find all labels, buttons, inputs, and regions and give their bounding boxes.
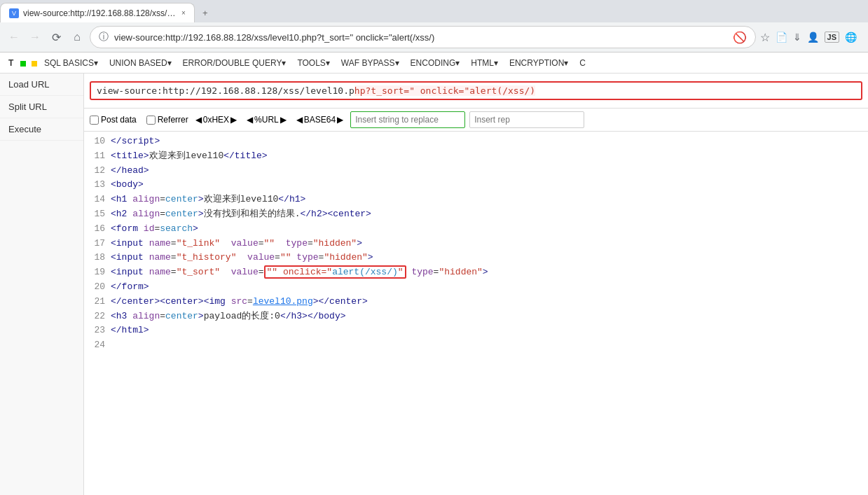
url-left-arrow: ◀ (247, 115, 253, 125)
tab-title: view-source:http://192.168.88.128/xss/le… (23, 8, 177, 18)
toolbar-html[interactable]: HTML▾ (465, 56, 504, 70)
line-content-13: <body> (111, 178, 144, 193)
url-input-row: view-source:http://192.168.88.128/xss/le… (84, 74, 868, 109)
source-line-17: 17 <input name="t_link" value="" type="h… (90, 237, 862, 251)
url-label: %URL (254, 115, 279, 125)
post-data-check[interactable] (90, 116, 99, 125)
line-content-14: <h1 align=center>欢迎来到level10</h1> (111, 193, 305, 207)
tab-bar: V view-source:http://192.168.88.128/xss/… (0, 0, 868, 22)
line-num-11: 11 (90, 149, 111, 164)
line-content-18: <input name="t_history" value="" type="h… (111, 251, 373, 265)
source-line-15: 15 <h2 align=center>没有找到和相关的结果.</h2><cen… (90, 207, 862, 222)
reload-button[interactable]: ⟳ (48, 29, 64, 46)
source-line-12: 12 </head> (90, 164, 862, 179)
line-content-12: </head> (111, 164, 149, 179)
reading-list-icon[interactable]: 📄 (776, 32, 787, 43)
line-num-21: 21 (90, 295, 111, 309)
active-tab[interactable]: V view-source:http://192.168.88.128/xss/… (0, 3, 195, 22)
line-num-24: 24 (90, 338, 111, 353)
security-icon: ⓘ (99, 31, 109, 43)
address-input[interactable] (114, 32, 727, 43)
line-num-23: 23 (90, 323, 111, 338)
toolbar-tools[interactable]: TOOLS▾ (291, 56, 335, 70)
insert-replace-input[interactable] (469, 111, 584, 128)
toolbar-t[interactable]: T (3, 56, 19, 70)
tab-favicon: V (9, 8, 19, 18)
line-num-12: 12 (90, 164, 111, 179)
url-text-left: view-source:http://192.168.88.128/xss/le… (97, 85, 354, 96)
js-badge: JS (825, 32, 839, 43)
home-button[interactable]: ⌂ (69, 29, 85, 46)
source-line-16: 16 <form id=search> (90, 222, 862, 237)
post-data-label: Post data (101, 115, 137, 125)
referrer-check[interactable] (146, 116, 156, 125)
browser-chrome: V view-source:http://192.168.88.128/xss/… (0, 0, 868, 53)
line-num-13: 13 (90, 178, 111, 193)
download-icon[interactable]: ⇓ (793, 32, 801, 43)
line-num-19: 19 (90, 265, 111, 280)
insert-string-input[interactable] (350, 111, 465, 128)
line-num-10: 10 (90, 134, 111, 149)
referrer-label: Referrer (158, 115, 188, 125)
hex-right-arrow: ▶ (230, 115, 237, 125)
url-text-right: hp?t_sort=" onclick="alert(/xss/) (354, 85, 535, 96)
source-line-23: 23 </html> (90, 323, 862, 338)
source-line-22: 22 <h3 align=center>payload的长度:0</h3></b… (90, 309, 862, 324)
toolbar-encoding[interactable]: ENCODING▾ (405, 56, 466, 70)
base64-left-arrow: ◀ (296, 115, 303, 125)
source-line-18: 18 <input name="t_history" value="" type… (90, 251, 862, 265)
main-layout: Load URL Split URL Execute view-source:h… (0, 74, 868, 495)
toolbar-sql-basics[interactable]: SQL BASICS▾ (39, 56, 104, 70)
blocked-icon: 🚫 (733, 31, 747, 44)
line-num-17: 17 (90, 237, 111, 251)
toolbar-green-dot (19, 57, 39, 68)
line-num-14: 14 (90, 193, 111, 207)
url-display: view-source:http://192.168.88.128/xss/le… (90, 81, 862, 100)
hex-decode-button[interactable]: ◀ 0xHEX ▶ (193, 113, 240, 126)
encode-row: Post data Referrer ◀ 0xHEX ▶ ◀ %URL ▶ ◀ … (84, 109, 868, 132)
load-url-button[interactable]: Load URL (0, 74, 83, 96)
line-content-22: <h3 align=center>payload的长度:0</h3></body… (111, 309, 346, 324)
forward-button[interactable]: → (27, 29, 43, 46)
split-url-button[interactable]: Split URL (0, 96, 83, 118)
extension-icon[interactable]: 🌐 (845, 32, 857, 43)
pentest-toolbar: T SQL BASICS▾ UNION BASED▾ ERROR/DOUBLE … (0, 53, 868, 74)
post-data-checkbox[interactable]: Post data (90, 115, 137, 125)
line-content-16: <form id=search> (111, 222, 198, 237)
source-line-24: 24 (90, 338, 862, 353)
line-content-23: </html> (111, 323, 149, 338)
toolbar-waf-bypass[interactable]: WAF BYPASS▾ (336, 56, 405, 70)
line-num-20: 20 (90, 280, 111, 295)
toolbar-error-double[interactable]: ERROR/DOUBLE QUERY▾ (177, 56, 292, 70)
address-bar: ⓘ 🚫 (90, 26, 756, 48)
source-line-10: 10 </script> (90, 134, 862, 149)
new-tab-button[interactable]: + (195, 3, 216, 22)
line-content-15: <h2 align=center>没有找到和相关的结果.</h2><center… (111, 207, 371, 222)
line-num-16: 16 (90, 222, 111, 237)
tab-close-button[interactable]: × (181, 9, 186, 17)
line-content-11: <title>欢迎来到level10</title> (111, 149, 268, 164)
hex-label: 0xHEX (203, 115, 229, 125)
line-num-22: 22 (90, 309, 111, 324)
source-line-13: 13 <body> (90, 178, 862, 193)
back-button[interactable]: ← (6, 29, 22, 46)
line-content-19: <input name="t_sort" value="" onclick="a… (111, 265, 488, 280)
url-decode-button[interactable]: ◀ %URL ▶ (244, 113, 289, 126)
referrer-checkbox[interactable]: Referrer (146, 115, 188, 125)
toolbar-encryption[interactable]: ENCRYPTION▾ (504, 56, 574, 70)
source-area[interactable]: 10 </script> 11 <title>欢迎来到level10</titl… (84, 132, 868, 495)
left-sidebar: Load URL Split URL Execute (0, 74, 84, 495)
line-content-17: <input name="t_link" value="" type="hidd… (111, 237, 362, 251)
base64-right-arrow: ▶ (337, 115, 343, 125)
profile-icon[interactable]: 👤 (807, 32, 819, 43)
line-content-21: </center><center><img src=level10.png></… (111, 295, 368, 309)
base64-decode-button[interactable]: ◀ BASE64 ▶ (294, 113, 346, 126)
toolbar-more[interactable]: C (574, 56, 591, 70)
bookmark-icon[interactable]: ☆ (760, 31, 770, 44)
nav-bar: ← → ⟳ ⌂ ⓘ 🚫 ☆ 📄 ⇓ 👤 JS 🌐 (0, 22, 868, 52)
execute-button[interactable]: Execute (0, 118, 83, 141)
toolbar-union-based[interactable]: UNION BASED▾ (104, 56, 177, 70)
line-num-15: 15 (90, 207, 111, 222)
level10-link[interactable]: level10.png (253, 296, 313, 307)
source-line-20: 20 </form> (90, 280, 862, 295)
